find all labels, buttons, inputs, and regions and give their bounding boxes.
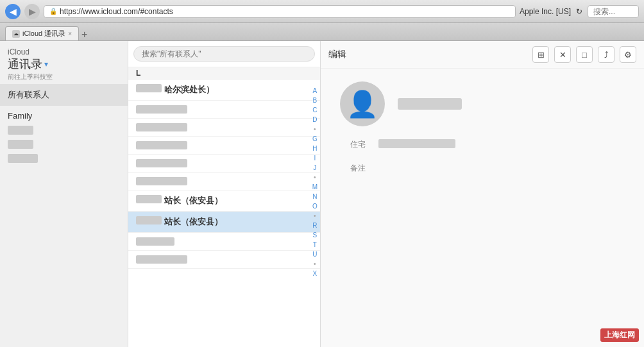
contact-prefix-0: [136, 84, 162, 92]
contact-item-5[interactable]: [128, 173, 320, 190]
contact-name-3: [136, 141, 187, 149]
browser-right: Apple Inc. [US] ↻: [520, 5, 639, 18]
browser-chrome: ◀ ▶ 🔒 https://www.icloud.com/#contacts A…: [0, 0, 644, 23]
toolbar-edit-icon[interactable]: ✕: [554, 46, 571, 63]
app-chevron[interactable]: ▾: [44, 60, 48, 69]
detail-content: 👤 住宅 备注: [321, 69, 644, 347]
contact-item-6[interactable]: 站长（依安县）: [128, 190, 320, 212]
alpha-j[interactable]: J: [313, 164, 316, 173]
alpha-b[interactable]: B: [312, 96, 317, 105]
contact-bold-6: 站长（依安县）: [164, 196, 223, 205]
contact-name-5: [136, 177, 187, 185]
sidebar-item-3[interactable]: [0, 151, 128, 165]
detail-toolbar: 编辑 ⊞ ✕ □ ⤴ ⚙: [321, 41, 644, 69]
contact-header: 👤: [340, 81, 625, 126]
alpha-dot-4: •: [314, 260, 316, 269]
sidebar-header: iCloud 通讯录 ▾ 前往上季科技室: [0, 41, 128, 84]
contact-name-6: 站长（依安县）: [136, 195, 223, 207]
contact-item-7[interactable]: 站长（依安县）: [128, 212, 320, 233]
contact-list-body: L 哈尔滨处长）: [128, 67, 320, 347]
alpha-o[interactable]: O: [312, 202, 318, 211]
forward-button[interactable]: ▶: [24, 4, 40, 19]
contact-item-4[interactable]: [128, 155, 320, 173]
sidebar-item-3-label: [8, 154, 38, 163]
contact-list: L 哈尔滨处长）: [128, 41, 321, 347]
lock-icon: 🔒: [49, 8, 57, 15]
tab-icloud[interactable]: ☁ iCloud 通讯录 ×: [5, 26, 79, 40]
tab-close-button[interactable]: ×: [68, 30, 72, 37]
alpha-d[interactable]: D: [312, 115, 317, 124]
app-name: 通讯录: [8, 56, 42, 72]
toolbar-share-icon[interactable]: ⤴: [598, 46, 614, 63]
alpha-dot-1: •: [314, 125, 316, 134]
avatar: 👤: [340, 81, 385, 126]
sidebar-group-family[interactable]: Family: [0, 106, 128, 123]
alpha-u[interactable]: U: [312, 250, 317, 259]
sidebar-item-all-contacts[interactable]: 所有联系人: [0, 84, 128, 106]
alpha-c[interactable]: C: [312, 106, 317, 115]
site-info: Apple Inc. [US]: [520, 7, 571, 16]
app-prefix: iCloud: [8, 47, 120, 56]
sidebar: iCloud 通讯录 ▾ 前往上季科技室 所有联系人 Family: [0, 41, 128, 347]
alpha-g[interactable]: G: [312, 135, 318, 144]
detail-panel: 编辑 ⊞ ✕ □ ⤴ ⚙ 👤 住宅 备注: [321, 41, 644, 347]
contact-name-4: [136, 159, 187, 167]
alpha-t[interactable]: T: [313, 241, 317, 250]
app-title: 通讯录 ▾: [8, 56, 120, 72]
sidebar-item-1[interactable]: [0, 123, 128, 137]
search-bar: [128, 41, 320, 67]
contact-item-8[interactable]: [128, 233, 320, 251]
contact-item-3[interactable]: [128, 137, 320, 155]
alpha-s[interactable]: S: [312, 231, 317, 240]
field-notes: 备注: [340, 163, 625, 174]
tab-favicon: ☁: [12, 30, 20, 38]
sidebar-sub: 前往上季科技室: [8, 72, 120, 81]
app-container: iCloud 通讯录 ▾ 前往上季科技室 所有联系人 Family: [0, 41, 644, 347]
contact-bold-7: 站长（依安县）: [164, 217, 223, 226]
address-bar[interactable]: 🔒 https://www.icloud.com/#contacts: [44, 5, 516, 18]
search-input[interactable]: [133, 46, 315, 62]
refresh-icon[interactable]: ↻: [576, 7, 582, 16]
back-button[interactable]: ◀: [5, 4, 21, 19]
contact-item-1[interactable]: [128, 101, 320, 119]
contact-item-2[interactable]: [128, 119, 320, 137]
contact-item-0[interactable]: 哈尔滨处长）: [128, 80, 320, 101]
toolbar-vcard-icon[interactable]: ⊞: [532, 46, 549, 63]
alpha-dot-3: •: [314, 212, 316, 221]
contact-name-1: [136, 105, 187, 114]
alpha-m[interactable]: M: [312, 183, 318, 192]
alpha-r[interactable]: R: [312, 221, 317, 230]
alpha-index: A B C D • G H I J • M N O • R S T U • X: [312, 87, 318, 278]
sidebar-item-2-label: [8, 140, 33, 149]
toolbar-duplicate-icon[interactable]: □: [576, 46, 593, 63]
tab-bar: ☁ iCloud 通讯录 × +: [0, 23, 644, 41]
alpha-n[interactable]: N: [312, 192, 317, 201]
detail-title: 编辑: [328, 49, 346, 60]
contact-prefix-6: [136, 195, 162, 203]
field-address: 住宅: [340, 139, 625, 150]
tab-label: iCloud 通讯录: [22, 29, 65, 38]
field-label-notes: 备注: [340, 163, 366, 174]
contact-name-2: [136, 123, 187, 131]
url-text: https://www.icloud.com/#contacts: [60, 7, 510, 16]
contact-name-0: 哈尔滨处长）: [136, 84, 214, 96]
watermark: 上海红网: [600, 328, 639, 342]
new-tab-button[interactable]: +: [79, 29, 90, 40]
contact-name-9: [136, 255, 187, 264]
alpha-h[interactable]: H: [312, 144, 317, 153]
toolbar-icons: ⊞ ✕ □ ⤴ ⚙: [532, 46, 636, 63]
alpha-i[interactable]: I: [314, 154, 316, 163]
field-label-address: 住宅: [340, 139, 366, 150]
sidebar-item-2[interactable]: [0, 137, 128, 151]
browser-search-input[interactable]: [588, 5, 639, 18]
contact-item-9[interactable]: [128, 251, 320, 269]
contact-prefix-7: [136, 216, 162, 224]
alpha-x[interactable]: X: [312, 269, 317, 278]
field-value-address: [378, 139, 455, 148]
section-header-l: L: [128, 67, 320, 80]
contact-name-8: [136, 237, 174, 246]
toolbar-settings-icon[interactable]: ⚙: [620, 46, 636, 63]
alpha-a[interactable]: A: [312, 87, 317, 96]
alpha-dot-2: •: [314, 173, 316, 182]
contact-name-7: 站长（依安县）: [136, 216, 223, 228]
